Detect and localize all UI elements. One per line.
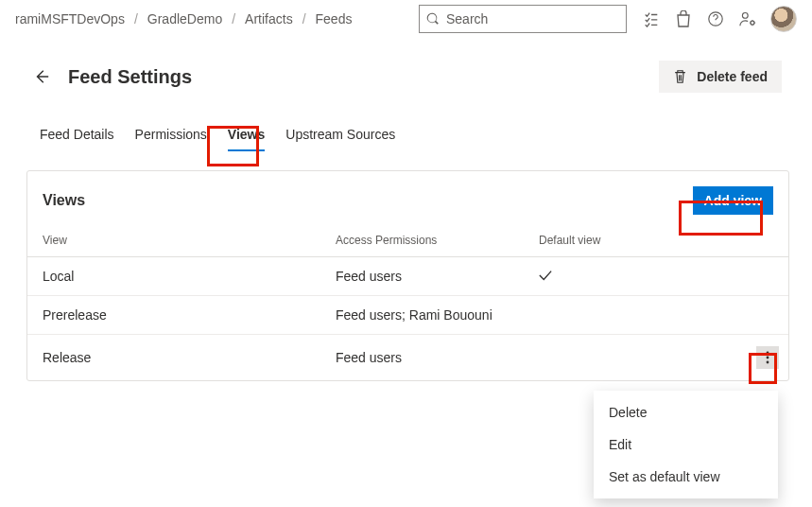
tab-upstream-sources[interactable]: Upstream Sources: [284, 123, 397, 151]
table-row[interactable]: Prerelease Feed users; Rami Bououni: [27, 296, 788, 335]
breadcrumb-project[interactable]: GradleDemo: [147, 11, 222, 26]
default-check: [524, 257, 694, 296]
user-settings-icon[interactable]: [738, 9, 757, 28]
search-input[interactable]: [419, 5, 627, 33]
view-access: Feed users; Rami Bououni: [320, 296, 524, 335]
shopping-bag-icon[interactable]: [674, 9, 693, 28]
back-button[interactable]: [30, 65, 53, 88]
arrow-left-icon: [33, 68, 50, 85]
col-default[interactable]: Default view: [524, 226, 694, 257]
delete-feed-button[interactable]: Delete feed: [659, 61, 782, 93]
breadcrumb-org[interactable]: ramiMSFTDevOps: [15, 11, 125, 26]
delete-feed-label: Delete feed: [697, 69, 768, 84]
view-name: Release: [27, 335, 320, 381]
tab-feed-details[interactable]: Feed Details: [38, 123, 116, 151]
svg-point-1: [742, 12, 748, 18]
col-access[interactable]: Access Permissions: [320, 226, 524, 257]
breadcrumb-section[interactable]: Feeds: [316, 11, 353, 26]
tab-permissions[interactable]: Permissions: [133, 123, 209, 151]
table-row[interactable]: Release Feed users: [27, 335, 788, 381]
view-name: Local: [27, 257, 320, 296]
breadcrumb-area[interactable]: Artifacts: [245, 11, 293, 26]
svg-point-3: [767, 352, 769, 355]
trash-icon: [673, 69, 687, 84]
row-context-menu: Delete Edit Set as default view: [594, 391, 778, 498]
breadcrumb-sep: /: [302, 11, 306, 26]
page-title: Feed Settings: [68, 66, 659, 88]
tab-views[interactable]: Views: [226, 123, 267, 151]
breadcrumb-sep: /: [134, 11, 138, 26]
svg-point-4: [767, 357, 769, 359]
menu-set-default[interactable]: Set as default view: [594, 461, 778, 493]
menu-edit[interactable]: Edit: [594, 428, 778, 461]
breadcrumb-sep: /: [232, 11, 235, 26]
checkmark-icon: [539, 270, 552, 281]
view-name: Prerelease: [27, 296, 320, 335]
menu-delete[interactable]: Delete: [594, 396, 778, 428]
avatar[interactable]: [770, 6, 797, 32]
breadcrumb: ramiMSFTDevOps / GradleDemo / Artifacts …: [15, 11, 352, 26]
task-list-icon[interactable]: [642, 9, 661, 28]
more-vertical-icon: [766, 351, 769, 364]
row-more-button[interactable]: [756, 346, 779, 369]
views-table: View Access Permissions Default view Loc…: [27, 226, 788, 380]
add-view-button[interactable]: Add view: [693, 186, 773, 215]
views-card: Views Add view View Access Permissions D…: [26, 170, 789, 381]
svg-point-5: [767, 361, 769, 364]
table-row[interactable]: Local Feed users: [27, 257, 788, 296]
views-card-title: Views: [43, 192, 693, 209]
view-access: Feed users: [320, 257, 524, 296]
help-icon[interactable]: [706, 9, 725, 28]
tabs: Feed Details Permissions Views Upstream …: [0, 100, 812, 161]
search-icon: [426, 12, 440, 26]
view-access: Feed users: [320, 335, 524, 381]
col-view[interactable]: View: [27, 226, 320, 257]
